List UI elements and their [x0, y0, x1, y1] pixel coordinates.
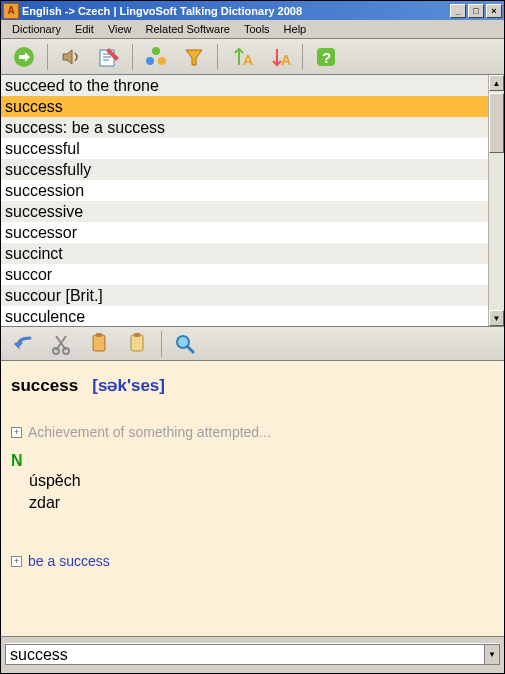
related-link[interactable]: be a success [28, 553, 110, 569]
window-title: English -> Czech | LingvoSoft Talking Di… [22, 5, 448, 17]
main-toolbar: A A ? [1, 39, 504, 75]
wordlist-item[interactable]: succor [1, 264, 488, 285]
svg-point-2 [152, 47, 160, 55]
scroll-down-button[interactable]: ▼ [489, 310, 504, 326]
copy-icon [88, 332, 112, 356]
speak-button[interactable] [54, 42, 88, 72]
find-button[interactable] [168, 329, 202, 359]
menu-help[interactable]: Help [277, 21, 314, 37]
titlebar: A English -> Czech | LingvoSoft Talking … [1, 1, 504, 20]
paste-icon [126, 332, 150, 356]
expand-hint-button[interactable]: + [11, 427, 22, 438]
wordlist-item[interactable]: successor [1, 222, 488, 243]
expand-related-button[interactable]: + [11, 556, 22, 567]
edit-icon [97, 45, 121, 69]
paste-button[interactable] [121, 329, 155, 359]
definition-hint: Achievement of something attempted... [28, 424, 271, 440]
menu-dictionary[interactable]: Dictionary [5, 21, 68, 37]
cut-icon [51, 333, 73, 355]
scroll-track[interactable] [489, 91, 504, 310]
close-button[interactable]: × [486, 4, 502, 18]
menubar: Dictionary Edit View Related Software To… [1, 20, 504, 39]
filter-button[interactable] [177, 42, 211, 72]
definition-hint-row: + Achievement of something attempted... [11, 424, 494, 440]
help-button[interactable]: ? [309, 42, 343, 72]
search-dropdown-button[interactable]: ▼ [484, 644, 500, 665]
svg-text:?: ? [322, 49, 331, 66]
find-icon [174, 333, 196, 355]
wordlist-item[interactable]: succinct [1, 243, 488, 264]
phonetic: [sək'ses] [92, 376, 165, 395]
svg-rect-14 [134, 333, 140, 337]
separator [161, 331, 162, 357]
wordlist[interactable]: succeed to the thronesuccesssuccess: be … [1, 75, 488, 326]
menu-edit[interactable]: Edit [68, 21, 101, 37]
separator [217, 44, 218, 70]
font-up-icon: A [229, 45, 253, 69]
svg-text:A: A [281, 52, 291, 68]
font-down-icon: A [267, 45, 291, 69]
wordlist-item[interactable]: successful [1, 138, 488, 159]
scroll-up-button[interactable]: ▲ [489, 75, 504, 91]
wordlist-scrollbar[interactable]: ▲ ▼ [488, 75, 504, 326]
svg-rect-12 [96, 333, 102, 337]
related-row: + be a success [11, 553, 494, 569]
wordlist-item[interactable]: successfully [1, 159, 488, 180]
swap-languages-button[interactable] [7, 42, 41, 72]
font-increase-button[interactable]: A [224, 42, 258, 72]
svg-text:A: A [243, 52, 253, 68]
translation-1: úspěch [29, 470, 494, 492]
svg-point-10 [63, 348, 69, 354]
svg-rect-11 [93, 335, 105, 351]
search-input[interactable] [5, 644, 484, 665]
menu-related-software[interactable]: Related Software [139, 21, 237, 37]
separator [47, 44, 48, 70]
svg-point-9 [53, 348, 59, 354]
wordlist-item[interactable]: success [1, 96, 488, 117]
svg-point-3 [146, 57, 154, 65]
separator [302, 44, 303, 70]
edit-card-button[interactable] [92, 42, 126, 72]
app-icon: A [3, 3, 19, 19]
definition-toolbar [1, 327, 504, 361]
help-icon: ? [314, 45, 338, 69]
definition-heading: success [sək'ses] [11, 375, 494, 396]
wordlist-item[interactable]: succulence [1, 306, 488, 326]
part-of-speech: N [11, 452, 494, 470]
svg-rect-13 [131, 335, 143, 351]
apps-icon [144, 45, 168, 69]
status-strip [1, 669, 504, 673]
svg-point-4 [158, 57, 166, 65]
back-button[interactable] [7, 329, 41, 359]
menu-tools[interactable]: Tools [237, 21, 277, 37]
speak-icon [59, 45, 83, 69]
minimize-button[interactable]: _ [450, 4, 466, 18]
wordlist-item[interactable]: success: be a success [1, 117, 488, 138]
maximize-button[interactable]: □ [468, 4, 484, 18]
translation-2: zdar [29, 492, 494, 514]
cut-button[interactable] [45, 329, 79, 359]
filter-icon [182, 45, 206, 69]
wordlist-item[interactable]: succession [1, 180, 488, 201]
menu-view[interactable]: View [101, 21, 139, 37]
headword: success [11, 376, 78, 395]
wordlist-item[interactable]: succeed to the throne [1, 75, 488, 96]
definition-panel: success [sək'ses] + Achievement of somet… [1, 361, 504, 637]
wordlist-item[interactable]: successive [1, 201, 488, 222]
back-icon [12, 332, 36, 356]
font-decrease-button[interactable]: A [262, 42, 296, 72]
search-row: ▼ [5, 643, 500, 665]
scroll-thumb[interactable] [489, 93, 504, 153]
apps-button[interactable] [139, 42, 173, 72]
wordlist-item[interactable]: succour [Brit.] [1, 285, 488, 306]
separator [132, 44, 133, 70]
copy-button[interactable] [83, 329, 117, 359]
swap-icon [12, 45, 36, 69]
wordlist-area: succeed to the thronesuccesssuccess: be … [1, 75, 504, 327]
